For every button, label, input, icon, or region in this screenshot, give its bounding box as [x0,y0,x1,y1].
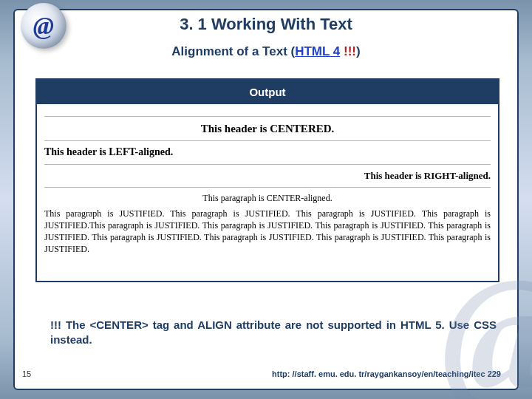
divider [44,164,491,165]
subtitle-excl: !!! [340,44,356,58]
divider [44,140,491,141]
paragraph-justify: This paragraph is JUSTIFIED. This paragr… [44,208,491,256]
subtitle-link: HTML 4 [295,44,340,58]
output-body: This header is CENTERED. This header is … [37,104,498,281]
paragraph-center: This paragraph is CENTER-aligned. [44,192,491,204]
header-right: This header is RIGHT-aligned. [44,169,491,183]
divider [44,187,491,188]
slide-frame: 3. 1 Working With Text Alignment of a Te… [13,9,519,390]
subtitle-suffix: ) [356,44,361,58]
footer-note: !!! The <CENTER> tag and ALIGN attribute… [50,318,497,348]
divider [44,116,491,117]
output-heading: Output [37,80,498,104]
slide-subtitle: Alignment of a Text (HTML 4 !!!) [15,44,517,59]
at-sign-badge: @ [21,3,66,49]
footer-url: http: //staff. emu. edu. tr/raygankansoy… [272,369,501,378]
slide-title: 3. 1 Working With Text [15,15,517,34]
header-centered: This header is CENTERED. [44,121,491,136]
at-sign-icon: @ [33,12,54,40]
subtitle-prefix: Alignment of a Text ( [171,44,295,58]
header-left: This header is LEFT-aligned. [44,146,491,160]
output-box: Output This header is CENTERED. This hea… [35,78,499,282]
page-number: 15 [22,369,31,378]
